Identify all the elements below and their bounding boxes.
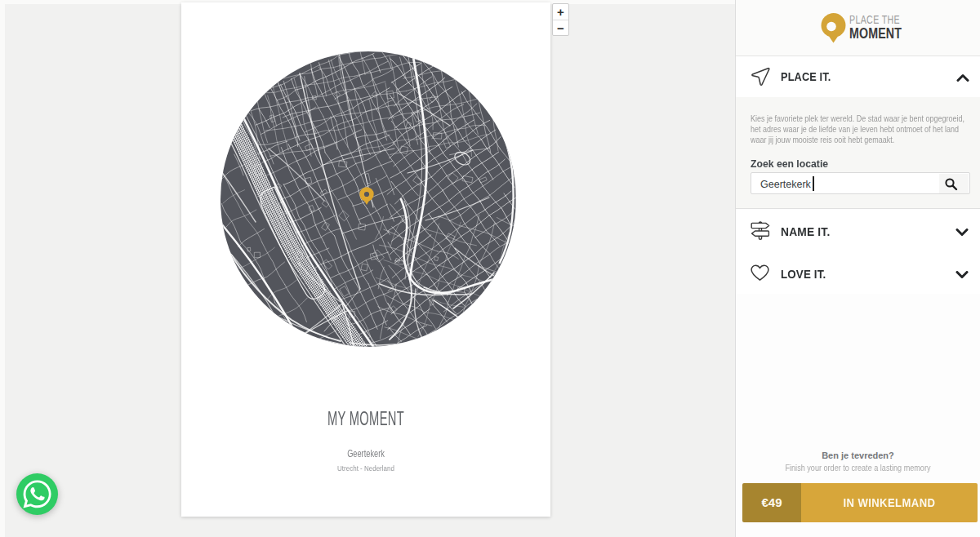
svg-text:MOMENT: MOMENT (849, 24, 902, 41)
